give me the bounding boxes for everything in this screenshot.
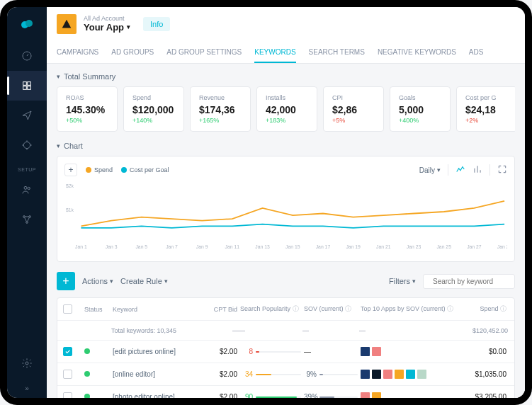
metric-card[interactable]: Spend $120,000 +140% [123,86,184,132]
bid-cell[interactable]: $2.00 [203,367,239,381]
top-apps-cell [359,367,458,382]
svg-point-9 [28,187,30,189]
popularity-cell: 8 [239,345,302,358]
svg-text:Jan 23: Jan 23 [407,244,421,249]
svg-text:Jan 29: Jan 29 [497,244,507,249]
svg-text:Jan 17: Jan 17 [316,244,331,249]
spend-cell: $1,035.00 [458,367,508,381]
metric-value: 42,000 [266,104,308,115]
row-checkbox[interactable] [63,392,72,398]
tab-ads[interactable]: ADS [469,42,484,63]
sov-cell: — [302,345,359,358]
metric-card[interactable]: Cost per G $24,18 +2% [456,86,515,132]
sov-cell: 9% [302,367,359,381]
nav-send[interactable] [7,101,47,130]
column-header[interactable]: Status [83,303,111,316]
table-row: [online editor]$2.00349%$1,035.00 [57,363,514,386]
create-rule-dropdown[interactable]: Create Rule▾ [120,277,168,285]
metric-delta: +2% [465,117,508,124]
status-indicator [84,394,90,398]
tab-keywords[interactable]: KEYWORDS [254,42,295,63]
nav-target[interactable] [7,130,47,160]
tab-campaigns[interactable]: CAMPAIGNS [57,42,98,63]
expand-chart-icon[interactable] [497,164,507,176]
tab-adgroups[interactable]: AD GROUPS [111,42,154,63]
metric-card[interactable]: Revenue $174,36 +165% [190,86,251,132]
metric-card[interactable]: Goals 5,000 +400% [390,86,451,132]
nav-apps[interactable] [7,71,47,101]
svg-text:$1k: $1k [66,207,74,212]
actions-dropdown[interactable]: Actions▾ [82,277,113,285]
chart-type-line-icon[interactable] [455,164,465,176]
nav-workflow[interactable] [7,205,47,234]
svg-point-10 [23,216,26,218]
metric-card[interactable]: CPI $2,86 +5% [323,86,384,132]
keyword-cell[interactable]: [online editor] [111,367,203,381]
chevron-down-icon: ▾ [57,142,60,149]
keyword-cell[interactable]: [photo editor online] [111,390,203,398]
keyword-cell[interactable]: [edit pictures online] [111,345,203,358]
column-header[interactable]: Top 10 Apps by SOV (current) ⓘ [359,302,458,316]
timeframe-selector[interactable]: Daily▾ [419,166,441,174]
add-metric-button[interactable]: + [64,164,77,176]
tab-negativekeywords[interactable]: NEGATIVE KEYWORDS [378,42,456,63]
svg-text:Jan 5: Jan 5 [135,244,147,249]
metric-delta: +165% [199,117,242,124]
column-header[interactable]: SOV (current) ⓘ [302,302,359,316]
svg-text:Jan 27: Jan 27 [467,244,482,249]
svg-point-13 [26,362,28,365]
search-input[interactable] [433,278,523,285]
nav-settings[interactable] [7,348,47,378]
svg-point-8 [24,186,27,189]
metric-label: CPI [332,94,375,101]
app-icon [57,14,77,34]
column-header[interactable]: CPT Bid [203,303,239,316]
svg-text:Jan 7: Jan 7 [166,244,178,249]
row-checkbox[interactable] [63,347,72,356]
tab-adgroupsettings[interactable]: AD GROUP SETTINGS [166,42,242,63]
row-checkbox[interactable] [63,370,72,379]
metric-card[interactable]: ROAS 145.30% +50% [57,86,118,132]
popularity-cell: 90 [239,390,302,398]
bid-cell[interactable]: $2.00 [203,390,239,398]
nav-dashboard[interactable] [7,41,47,71]
svg-rect-3 [23,82,27,86]
tab-searchterms[interactable]: SEARCH TERMS [309,42,365,63]
svg-point-11 [29,216,31,218]
add-keyword-button[interactable]: + [57,272,75,290]
svg-text:$2k: $2k [66,183,74,188]
bid-cell[interactable]: $2.00 [203,345,239,358]
metric-delta: +140% [132,117,175,124]
legend-item[interactable]: Spend [86,166,113,173]
sov-cell: 39% [302,390,359,398]
metric-label: ROAS [66,94,108,101]
app-switcher[interactable]: Your App ▾ [84,23,130,33]
metric-label: Installs [266,94,308,101]
keywords-table: StatusKeywordCPT BidSearch Popularity ⓘS… [57,297,515,398]
sidebar: SETUP » [7,7,47,398]
info-button[interactable]: Info [143,17,170,31]
sidebar-section-label: SETUP [18,167,36,172]
svg-text:Jan 11: Jan 11 [225,244,240,249]
select-all-checkbox[interactable] [63,304,72,314]
metric-card[interactable]: Installs 42,000 +183% [256,86,317,132]
column-header[interactable]: Search Popularity ⓘ [239,302,302,316]
column-header[interactable]: Keyword [111,303,203,316]
metric-value: $2,86 [332,104,375,115]
filters-dropdown[interactable]: Filters▾ [389,277,416,285]
column-header[interactable]: Spend ⓘ [458,302,508,316]
summary-toggle[interactable]: ▾ Total Summary [57,72,515,81]
metric-value: 145.30% [66,104,108,115]
svg-point-7 [23,142,30,148]
legend-item[interactable]: Cost per Goal [121,166,169,173]
table-row: [photo editor online]$2.009039%$3,205.00 [57,386,514,398]
chevron-down-icon: ▾ [127,24,130,31]
search-input-wrapper [423,274,515,289]
status-indicator [84,371,90,377]
chart-toggle[interactable]: ▾ Chart [57,142,515,150]
status-indicator [84,348,90,354]
brand-logo [20,17,34,31]
nav-users[interactable] [7,175,47,205]
chart-type-bar-icon[interactable] [472,164,482,176]
nav-collapse[interactable]: » [7,378,47,398]
